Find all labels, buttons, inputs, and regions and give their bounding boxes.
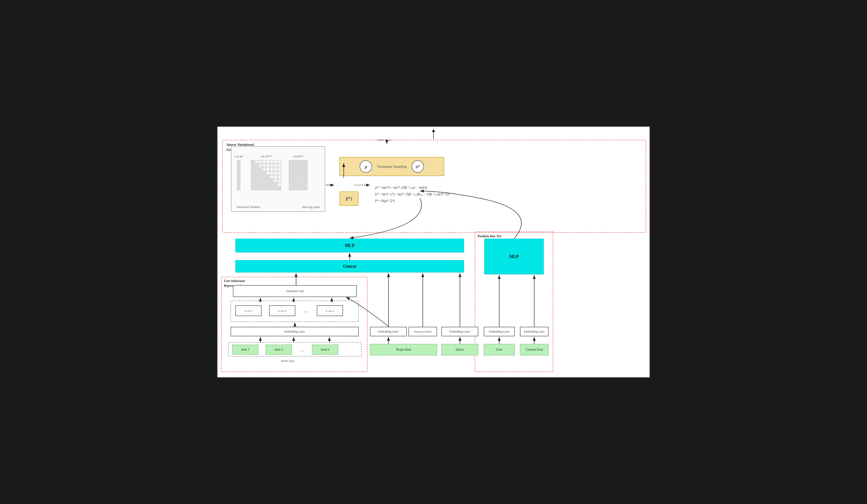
s-matrix: S ∈ Rᴹˣᴹ [251, 155, 281, 190]
embed-query: Embedding Layer [441, 327, 478, 336]
formulas-area: μ* = m(x*) + k(x*, Z)K⁻¹ᵤᵤ(v − m(Z)) Σ* … [375, 184, 450, 204]
item-seqs-box: item 1 item 2 ... item n [228, 342, 362, 356]
mu-circle: μ [360, 160, 372, 173]
attention-box: Attention Unit [233, 285, 357, 297]
user-box: User [484, 344, 515, 355]
hvec-1-label: h_vec 1 [244, 309, 253, 312]
context-label: Context Feat [526, 348, 543, 352]
query-box: Query [441, 344, 478, 355]
embed-query-label: Embedding Layer [449, 330, 470, 333]
variational-box: V ∈ Rᴹ S ∈ Rᴹˣᴹ [231, 146, 325, 212]
attention-label: Attention Unit [286, 289, 304, 293]
hvec-2-label: h_vec 2 [278, 309, 287, 312]
hvec-n: h_vec n [317, 305, 343, 316]
hvec-1: h_vec 1 [235, 305, 261, 316]
embed-user-label: Embedding Layer [489, 330, 510, 333]
hvec-dots: ... [300, 305, 312, 316]
thompson-box: μ Thompson Sampling σ² [340, 157, 444, 176]
main-canvas: E&E Score Sparse VariationalGaussian Pro… [217, 126, 650, 378]
top-arrow [432, 129, 435, 139]
item-1: item 1 [232, 345, 258, 355]
item-dots: ... [297, 345, 309, 355]
pbias-label: Position-bias Net [478, 234, 501, 239]
mlp-label: MLP [345, 243, 354, 248]
numerical-norm: Numerical Norm [408, 327, 437, 336]
f-box: f(*) [340, 192, 358, 206]
svgp-box: Sparse VariationalGaussian Process V ∈ R… [222, 140, 646, 233]
query-label: Query [456, 348, 464, 352]
concat-bar: Concat [235, 260, 464, 272]
embed-target: Embedding Layer [370, 327, 407, 336]
context-box: Context Feat [520, 344, 548, 355]
embed-behav: Embedding Layer [231, 327, 359, 336]
embed-context-label: Embedding Layer [524, 330, 545, 333]
f-label: f(*) [346, 196, 352, 201]
embed-target-label: Embedding Layer [378, 330, 398, 333]
item-1-label: item 1 [241, 348, 250, 352]
thompson-label: Thompson Sampling [377, 164, 407, 169]
matrix-area: V ∈ Rᴹ S ∈ Rᴹˣᴹ [234, 155, 308, 190]
behav-label: behav seqs [258, 359, 318, 363]
item-2: item 2 [266, 345, 292, 355]
hvec-2: h_vec 2 [269, 305, 295, 316]
item-n: item n [312, 345, 338, 355]
z-label: Z ∈ Rᴹˣᵈ [293, 155, 303, 158]
hvec-n-label: h_vec n [326, 309, 334, 312]
item-2-label: item 2 [275, 348, 283, 352]
user-label: User [496, 348, 502, 352]
embed-context: Embedding Layer [520, 327, 548, 336]
formula-1: μ* = m(x*) + k(x*, Z)K⁻¹ᵤᵤ(v − m(Z)) [375, 184, 450, 191]
target-item-box: Target Item [370, 344, 437, 355]
z-matrix: Z ∈ Rᴹˣᵈ [289, 155, 308, 190]
concat-label: Concat [343, 264, 356, 269]
numerical-norm-label: Numerical Norm [414, 330, 432, 333]
hvec-seqs-box: h_vec 1 h_vec 2 ... h_vec n [231, 301, 359, 322]
variational-label: Variational Variables [236, 205, 260, 209]
target-item-label: Target Item [396, 348, 411, 352]
mu-label: μ [365, 164, 367, 169]
formula-2: Σ* = k(x*, x*) − k(x*, Z)K⁻¹ᵤᵤ(Kᵤᵤ − S)K… [375, 191, 450, 198]
sigma-label: σ² [416, 164, 420, 169]
v-matrix: V ∈ Rᴹ [234, 155, 243, 190]
sigma-circle: σ² [411, 160, 424, 173]
embed-user: Embedding Layer [484, 327, 515, 336]
v-label: V ∈ Rᴹ [234, 155, 243, 158]
s-label: S ∈ Rᴹˣᴹ [260, 155, 271, 158]
formula-3: f* = N(μ*, Σ*) [375, 198, 450, 204]
embed-behav-label: Embedding Layer [285, 330, 305, 333]
item-n-label: item n [321, 348, 329, 352]
inducing-label: inducing points [302, 205, 320, 209]
main-mlp-bar: MLP [235, 239, 464, 253]
